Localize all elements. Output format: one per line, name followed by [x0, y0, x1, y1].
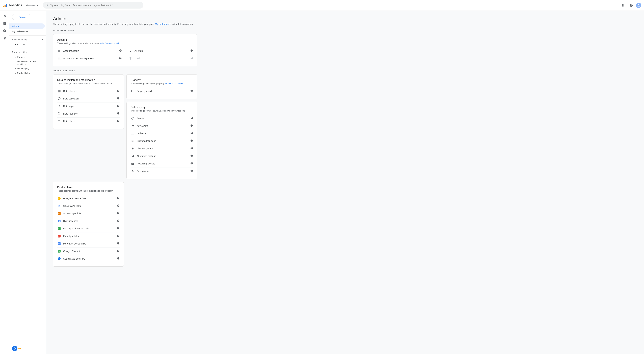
key-events-help[interactable] [190, 124, 193, 128]
events-help[interactable] [190, 117, 193, 120]
help-icon-btn[interactable] [628, 2, 634, 9]
custom-definitions-icon [131, 139, 135, 143]
trash-row[interactable]: Trash [128, 55, 193, 62]
property-details-row[interactable]: Property details [131, 87, 193, 95]
key-events-row[interactable]: Key events [131, 122, 193, 130]
google-play-help[interactable] [117, 249, 120, 253]
data-import-help[interactable] [117, 105, 120, 108]
svg-text:MC: MC [58, 243, 60, 244]
whats-account-link[interactable]: What's an account? [100, 42, 119, 44]
svg-point-11 [59, 221, 60, 222]
sidebar-item-property[interactable]: ▶ Property [10, 55, 46, 59]
account-card-title: Account [57, 38, 193, 41]
account-details-help[interactable] [119, 49, 122, 53]
account-settings-section-label: ACCOUNT SETTINGS [53, 29, 637, 31]
sidebar-icon-home[interactable] [1, 13, 8, 19]
svg-rect-0 [3, 6, 4, 7]
search-input[interactable] [50, 4, 141, 7]
channel-groups-icon [131, 147, 135, 151]
custom-definitions-row[interactable]: Custom definitions [131, 137, 193, 145]
data-retention-row[interactable]: Data retention [57, 110, 120, 118]
ad-manager-row[interactable]: M Ad Manager links [57, 210, 120, 217]
sidebar-item-admin[interactable]: Admin [10, 23, 45, 29]
audiences-help[interactable] [190, 132, 193, 135]
custom-definitions-help[interactable] [190, 139, 193, 143]
sidebar-icon-explore[interactable] [1, 27, 8, 34]
google-play-row[interactable]: Google Play links [57, 247, 120, 255]
dv360-help[interactable] [117, 227, 120, 230]
events-row[interactable]: Events [131, 115, 193, 122]
data-collection-title: Data collection and modification [57, 79, 120, 82]
property-details-help[interactable] [190, 89, 193, 93]
account-access-help[interactable] [119, 57, 122, 60]
settings-area: ↗ [12, 346, 21, 351]
grid-icon-btn[interactable] [620, 2, 626, 9]
settings-gear-btn[interactable] [12, 346, 18, 351]
bigquery-help[interactable] [117, 219, 120, 223]
google-ads-help[interactable] [117, 204, 120, 208]
data-retention-help[interactable] [117, 112, 120, 115]
debugview-icon [131, 169, 135, 173]
google-ads-row[interactable]: Google Ads links [57, 202, 120, 210]
ad-manager-help[interactable] [117, 212, 120, 215]
attribution-settings-row[interactable]: Attribution settings [131, 152, 193, 160]
sidebar-icon-reports[interactable] [1, 20, 8, 27]
reporting-identity-row[interactable]: Reporting identity [131, 160, 193, 168]
floodlight-help[interactable] [117, 234, 120, 238]
all-filters-row[interactable]: All filters [128, 47, 193, 55]
dv360-row[interactable]: ▶ Display & Video 360 links [57, 225, 120, 232]
search-ads-help[interactable] [117, 257, 120, 260]
data-collection-row[interactable]: Data collection [57, 95, 120, 103]
data-collection-help[interactable] [117, 97, 120, 100]
attribution-settings-help[interactable] [190, 154, 193, 158]
property-settings-section-label: PROPERTY SETTINGS [53, 70, 637, 72]
account-selector[interactable]: All accounts ▾ [26, 4, 38, 6]
reporting-identity-help[interactable] [190, 162, 193, 165]
data-streams-row[interactable]: Data streams [57, 87, 120, 95]
account-details-row[interactable]: Account details [57, 47, 122, 55]
sidebar-icon-advertising[interactable] [1, 35, 8, 41]
audiences-row[interactable]: Audiences [131, 130, 193, 137]
sidebar-item-account[interactable]: ▶ Account [10, 42, 46, 47]
my-preferences-link[interactable]: My preferences [155, 23, 171, 25]
debugview-row[interactable]: DebugView [131, 168, 193, 175]
data-streams-help[interactable] [117, 89, 120, 93]
sidebar-collapse-btn[interactable] [22, 346, 28, 351]
create-button[interactable]: ＋ Create ▾ [12, 14, 31, 20]
bigquery-row[interactable]: BigQuery links [57, 217, 120, 225]
sidebar-item-product-links[interactable]: ▶ Product links [10, 71, 46, 75]
adsense-row[interactable]: A Google AdSense links [57, 195, 120, 202]
channel-groups-row[interactable]: Channel groups [131, 145, 193, 152]
data-display-card: Data display These settings control how … [126, 102, 197, 179]
data-import-row[interactable]: Data import [57, 103, 120, 110]
property-settings-header[interactable]: Property settings ▾ [10, 50, 46, 55]
merchant-row[interactable]: MC Merchant Center links [57, 240, 120, 247]
svg-text:SA: SA [58, 258, 60, 260]
trash-help[interactable] [190, 57, 193, 60]
search-bar[interactable] [43, 2, 144, 8]
floodlight-row[interactable]: F Floodlight links [57, 232, 120, 240]
data-display-desc: These settings control how data is shown… [131, 110, 193, 112]
account-settings-header[interactable]: Account settings ▾ [10, 37, 46, 42]
adsense-help[interactable] [117, 197, 120, 200]
data-filters-row[interactable]: Data filters [57, 118, 120, 125]
google-ads-icon [57, 204, 61, 208]
svg-text:▶: ▶ [58, 228, 60, 229]
search-ads-row[interactable]: SA Search Ads 360 links [57, 255, 120, 262]
topbar-right [620, 2, 641, 9]
sidebar-item-data-display[interactable]: ▶ Data display [10, 66, 46, 71]
whats-property-link[interactable]: What's a property? [165, 82, 183, 85]
merchant-help[interactable] [117, 242, 120, 245]
channel-groups-help[interactable] [190, 147, 193, 150]
debugview-help[interactable] [190, 170, 193, 173]
adsense-icon: A [57, 196, 61, 200]
trash-icon [128, 56, 132, 60]
data-filters-help[interactable] [117, 120, 120, 123]
key-events-icon [131, 124, 135, 128]
all-filters-help[interactable] [190, 49, 193, 53]
account-access-row[interactable]: Account access management [57, 55, 122, 62]
account-settings-card: Account These settings affect your analy… [53, 34, 197, 66]
sidebar-item-data-collection[interactable]: ▶ Data collection and modifica... [10, 59, 46, 66]
user-avatar[interactable] [636, 3, 641, 8]
sidebar-item-preferences[interactable]: My preferences [10, 29, 45, 34]
